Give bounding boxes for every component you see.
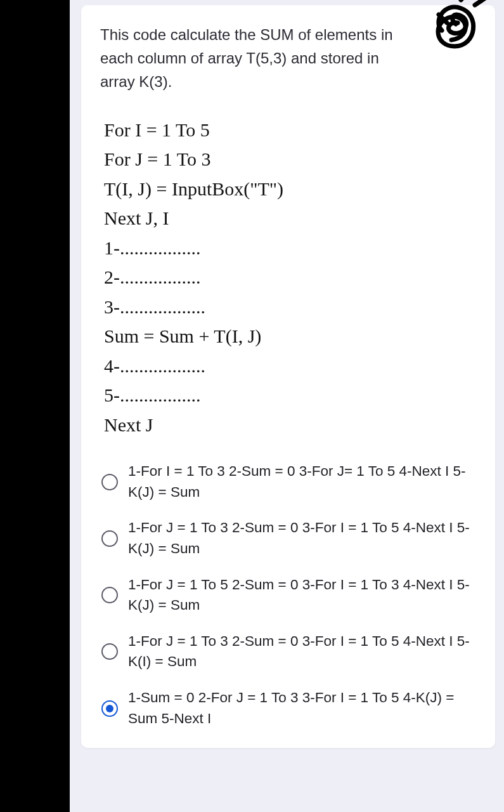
radio-icon xyxy=(101,587,118,603)
option-3[interactable]: 1-For J = 1 To 5 2-Sum = 0 3-For I = 1 T… xyxy=(100,567,476,624)
option-2[interactable]: 1-For J = 1 To 3 2-Sum = 0 3-For I = 1 T… xyxy=(100,510,476,566)
code-line: For I = 1 To 5 xyxy=(104,115,476,145)
code-line: For J = 1 To 3 xyxy=(104,145,476,174)
options-group: 1-For I = 1 To 3 2-Sum = 0 3-For J= 1 To… xyxy=(100,454,476,737)
code-block: For I = 1 To 5 For J = 1 To 3 T(I, J) = … xyxy=(104,115,476,440)
code-line: 1-................. xyxy=(104,233,476,263)
code-line: 2-................. xyxy=(104,263,476,292)
question-card: This code calculate the SUM of elements … xyxy=(81,5,495,748)
option-text: 1-For J = 1 To 3 2-Sum = 0 3-For I = 1 T… xyxy=(128,631,475,672)
code-line: 5-................. xyxy=(104,381,476,410)
scribble-annotation xyxy=(417,0,499,69)
option-text: 1-For J = 1 To 3 2-Sum = 0 3-For I = 1 T… xyxy=(128,518,475,559)
option-text: 1-For I = 1 To 3 2-Sum = 0 3-For J= 1 To… xyxy=(128,461,475,502)
code-line: Next J, I xyxy=(104,204,476,233)
option-text: 1-Sum = 0 2-For J = 1 To 3 3-For I = 1 T… xyxy=(128,688,475,729)
code-line: 3-.................. xyxy=(104,292,476,322)
radio-icon xyxy=(101,474,118,490)
option-1[interactable]: 1-For I = 1 To 3 2-Sum = 0 3-For J= 1 To… xyxy=(100,454,476,510)
radio-icon xyxy=(101,530,118,547)
code-line: T(I, J) = InputBox("T") xyxy=(104,174,476,204)
page-stage: This code calculate the SUM of elements … xyxy=(70,0,504,812)
code-line: 4-.................. xyxy=(104,351,476,381)
option-text: 1-For J = 1 To 5 2-Sum = 0 3-For I = 1 T… xyxy=(128,575,475,616)
radio-icon xyxy=(101,643,118,660)
question-intro: This code calculate the SUM of elements … xyxy=(100,23,398,94)
radio-icon xyxy=(101,700,118,717)
code-line: Next J xyxy=(104,410,476,440)
code-line: Sum = Sum + T(I, J) xyxy=(104,322,476,351)
option-5[interactable]: 1-Sum = 0 2-For J = 1 To 3 3-For I = 1 T… xyxy=(100,680,476,737)
option-4[interactable]: 1-For J = 1 To 3 2-Sum = 0 3-For I = 1 T… xyxy=(100,624,476,680)
